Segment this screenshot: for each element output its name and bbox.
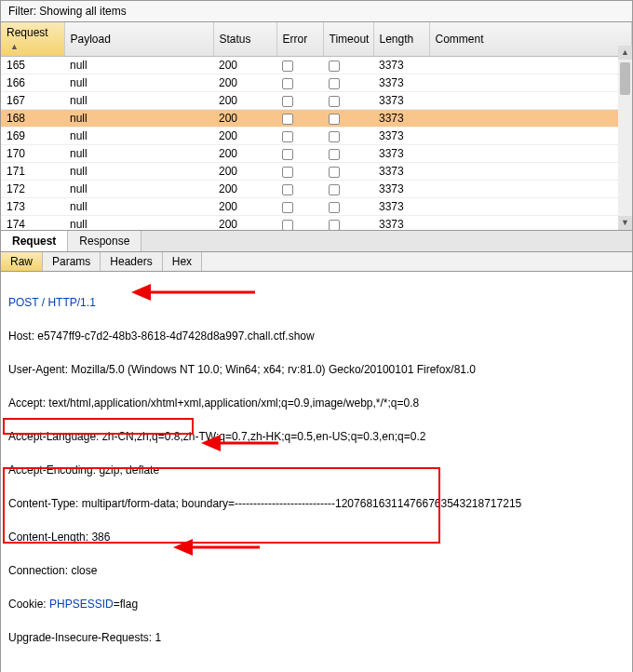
timeout-checkbox [329,149,340,160]
annotation-arrow-1 [131,268,264,321]
main-tabs: Request Response [0,231,633,252]
timeout-checkbox [329,220,340,231]
column-header-comment[interactable]: Comment [429,22,632,57]
results-table-wrap: Request▲PayloadStatusErrorTimeoutLengthC… [0,22,633,231]
req-line-accept: Accept: text/html,application/xhtml+xml,… [8,395,625,411]
timeout-checkbox [329,114,340,125]
timeout-checkbox [329,131,340,142]
scroll-up-arrow-icon[interactable]: ▲ [618,46,632,60]
column-header-payload[interactable]: Payload [64,22,213,57]
table-row[interactable]: 170null2003373 [1,145,632,163]
tab-params[interactable]: Params [43,252,101,271]
table-row[interactable]: 168null2003373 [1,110,632,128]
error-checkbox [282,167,293,178]
scroll-down-arrow-icon[interactable]: ▼ [618,216,632,230]
column-header-request[interactable]: Request▲ [1,22,64,57]
timeout-checkbox [329,184,340,195]
req-line-cookie: Cookie: PHPSESSID=flag [8,596,625,612]
table-row[interactable]: 172null2003373 [1,181,632,198]
timeout-checkbox [329,60,340,72]
tab-request[interactable]: Request [1,231,68,251]
error-checkbox [282,60,293,72]
annotation-arrow-3 [173,523,269,576]
timeout-checkbox [329,167,340,178]
sort-ascending-icon: ▲ [10,42,19,51]
error-checkbox [282,220,293,231]
req-line-method: POST / HTTP/1.1 [8,294,625,311]
column-header-status[interactable]: Status [213,22,276,57]
timeout-checkbox [329,96,340,107]
error-checkbox [282,149,293,160]
annotation-box-cookie [3,418,194,435]
column-header-timeout[interactable]: Timeout [323,22,373,57]
error-checkbox [282,131,293,142]
error-checkbox [282,96,293,107]
table-row[interactable]: 167null2003373 [1,92,632,110]
vertical-scrollbar[interactable]: ▲ ▼ [618,46,632,230]
error-checkbox [282,202,293,213]
column-header-error[interactable]: Error [276,22,323,57]
filter-bar[interactable]: Filter: Showing all items [0,0,633,22]
table-row[interactable]: 166null2003373 [1,74,632,92]
error-checkbox [282,78,293,89]
error-checkbox [282,114,293,125]
sub-tabs: Raw Params Headers Hex [0,252,633,272]
tab-response[interactable]: Response [68,231,141,251]
table-row[interactable]: 173null2003373 [1,198,632,216]
results-table: Request▲PayloadStatusErrorTimeoutLengthC… [1,22,632,231]
annotation-arrow-2 [201,419,288,472]
timeout-checkbox [329,78,340,89]
req-line-connection: Connection: close [8,562,625,579]
req-line-upgrade: Upgrade-Insecure-Requests: 1 [8,629,625,646]
table-row[interactable]: 174null2003373 [1,216,632,232]
raw-request-panel[interactable]: POST / HTTP/1.1 Host: e5747ff9-c7d2-48b3… [0,272,633,672]
req-line-ua: User-Agent: Mozilla/5.0 (Windows NT 10.0… [8,361,625,378]
table-row[interactable]: 165null2003373 [1,57,632,74]
timeout-checkbox [329,202,340,213]
error-checkbox [282,184,293,195]
column-header-length[interactable]: Length [373,22,429,57]
req-line-host: Host: e5747ff9-c7d2-48b3-8618-4d7428d8a9… [8,328,625,344]
table-row[interactable]: 171null2003373 [1,163,632,181]
filter-label: Filter: Showing all items [8,5,127,18]
scroll-thumb[interactable] [620,62,630,95]
tab-raw[interactable]: Raw [1,252,43,271]
table-row[interactable]: 169null2003373 [1,128,632,145]
